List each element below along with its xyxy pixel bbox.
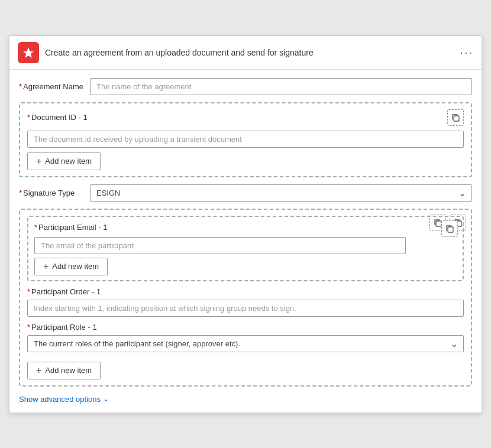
required-star-6: * [27,323,30,332]
document-id-header: *Document ID - 1 [27,109,464,126]
card-body: *Agreement Name *Document ID - 1 + [9,70,482,413]
add-new-item-2-button[interactable]: + Add new item [34,258,108,275]
signature-type-select[interactable]: ESIGN WRITTEN [90,184,472,202]
plus-icon-2: + [43,261,49,272]
card-header: Create an agreement from an uploaded doc… [9,36,482,70]
plus-icon-3: + [36,365,41,376]
signature-type-label: *Signature Type [19,189,84,197]
add-new-item-3-button[interactable]: + Add new item [27,362,101,379]
required-star-5: * [27,287,30,296]
svg-rect-0 [454,116,459,121]
required-star: * [19,82,22,91]
show-advanced-label: Show advanced options [19,395,101,404]
show-advanced-options-button[interactable]: Show advanced options ⌄ [19,395,109,404]
agreement-name-row: *Agreement Name [19,78,472,95]
agreement-name-input[interactable] [90,78,472,95]
participant-outer-section: *Participant Email - 1 + Add new item *P… [19,209,472,387]
participant-role-row: *Participant Role - 1 The current roles … [27,323,464,352]
header-left: Create an agreement from an uploaded doc… [18,42,314,63]
document-id-label: *Document ID - 1 [27,113,88,122]
signature-type-dropdown-wrap: ESIGN WRITTEN ⌄ [90,184,472,202]
add-new-item-3-label: Add new item [45,366,92,375]
show-advanced-row: Show advanced options ⌄ [19,394,472,404]
adobe-icon [18,42,39,63]
agreement-name-label: *Agreement Name [19,82,84,91]
more-options-button[interactable]: ··· [460,46,473,59]
participant-email-copy-button[interactable] [441,220,458,237]
add-new-item-1-button[interactable]: + Add new item [27,152,101,170]
plus-icon-1: + [36,156,41,167]
document-id-copy-button[interactable] [447,109,464,126]
required-star-4: * [34,223,37,232]
required-star-3: * [19,189,22,197]
participant-email-input[interactable] [34,237,406,254]
participant-order-input[interactable] [27,300,464,317]
participant-role-label: *Participant Role - 1 [27,323,464,332]
participant-role-select[interactable]: The current roles of the participant set… [27,335,464,352]
participant-email-label: *Participant Email - 1 [34,223,107,232]
add-new-item-1-label: Add new item [45,157,92,165]
main-card: Create an agreement from an uploaded doc… [9,35,482,413]
add-new-item-2-label: Add new item [52,262,99,271]
show-advanced-chevron-icon: ⌄ [103,395,109,403]
document-id-section: *Document ID - 1 + Add new item [19,102,472,177]
document-id-input[interactable] [27,131,464,148]
header-title: Create an agreement from an uploaded doc… [45,48,314,57]
signature-type-row: *Signature Type ESIGN WRITTEN ⌄ [19,184,472,202]
participant-order-row: *Participant Order - 1 [27,287,464,317]
participant-email-section: *Participant Email - 1 + Add new item [27,216,464,281]
svg-rect-3 [448,227,453,232]
required-star-2: * [27,113,30,122]
participant-order-label: *Participant Order - 1 [27,287,464,296]
participant-role-dropdown-wrap: The current roles of the participant set… [27,335,464,352]
